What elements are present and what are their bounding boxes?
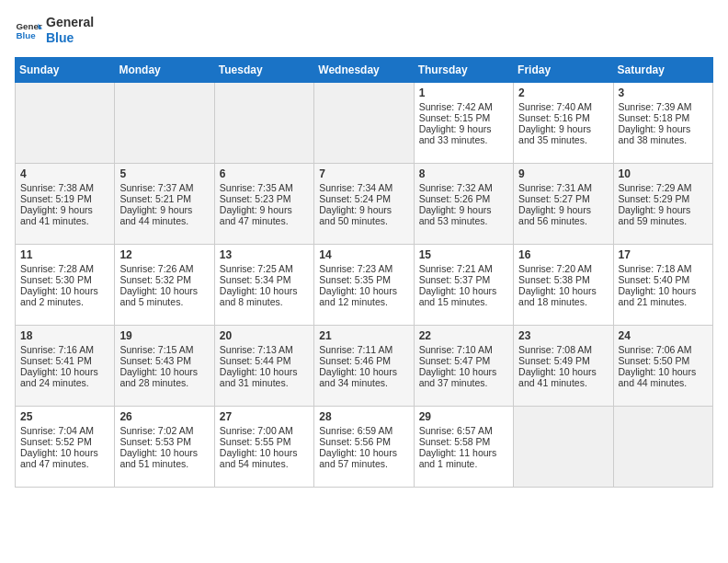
cell-content-line: Daylight: 10 hours bbox=[220, 366, 309, 377]
day-number: 10 bbox=[619, 167, 708, 180]
cell-content-line: Sunrise: 7:35 AM bbox=[220, 182, 309, 193]
cell-content-line: Sunrise: 7:38 AM bbox=[20, 182, 109, 193]
cell-content-line: and 31 minutes. bbox=[220, 377, 309, 388]
day-number: 17 bbox=[619, 248, 708, 261]
cell-content-line: Sunset: 5:44 PM bbox=[220, 355, 309, 366]
cell-content-line: Sunrise: 7:37 AM bbox=[119, 182, 209, 193]
day-number: 9 bbox=[518, 167, 608, 180]
calendar-cell: 15Sunrise: 7:21 AMSunset: 5:37 PMDayligh… bbox=[414, 244, 513, 325]
cell-content-line: Sunset: 5:30 PM bbox=[20, 274, 109, 285]
cell-content-line: Sunset: 5:49 PM bbox=[518, 355, 608, 366]
cell-content-line: Daylight: 9 hours bbox=[518, 204, 608, 215]
cell-content-line: and 47 minutes. bbox=[20, 458, 109, 469]
cell-content-line: Sunset: 5:23 PM bbox=[220, 193, 309, 204]
cell-content-line: Sunrise: 7:20 AM bbox=[518, 263, 608, 274]
cell-content-line: Daylight: 10 hours bbox=[119, 447, 209, 458]
weekday-header-saturday: Saturday bbox=[613, 57, 712, 82]
calendar-cell: 9Sunrise: 7:31 AMSunset: 5:27 PMDaylight… bbox=[514, 163, 613, 244]
cell-content-line: Daylight: 10 hours bbox=[319, 285, 408, 296]
cell-content-line: and 37 minutes. bbox=[419, 377, 508, 388]
cell-content-line: Sunrise: 7:06 AM bbox=[619, 344, 708, 355]
cell-content-line: Sunrise: 7:16 AM bbox=[20, 344, 109, 355]
day-number: 24 bbox=[619, 329, 708, 342]
calendar-cell bbox=[16, 82, 115, 163]
day-number: 8 bbox=[419, 167, 508, 180]
header: General Blue General Blue bbox=[15, 15, 713, 46]
cell-content-line: Sunset: 5:47 PM bbox=[419, 355, 508, 366]
cell-content-line: Daylight: 9 hours bbox=[220, 204, 309, 215]
cell-content-line: Daylight: 10 hours bbox=[319, 447, 408, 458]
logo-general: General bbox=[46, 15, 94, 30]
calendar-cell: 17Sunrise: 7:18 AMSunset: 5:40 PMDayligh… bbox=[613, 244, 712, 325]
day-number: 7 bbox=[319, 167, 408, 180]
cell-content-line: and 38 minutes. bbox=[619, 134, 708, 145]
cell-content-line: and 53 minutes. bbox=[419, 215, 508, 226]
day-number: 18 bbox=[20, 329, 109, 342]
day-number: 16 bbox=[518, 248, 608, 261]
cell-content-line: Sunrise: 7:08 AM bbox=[518, 344, 608, 355]
cell-content-line: Daylight: 9 hours bbox=[518, 123, 608, 134]
cell-content-line: Sunset: 5:50 PM bbox=[619, 355, 708, 366]
calendar-cell: 6Sunrise: 7:35 AMSunset: 5:23 PMDaylight… bbox=[214, 163, 313, 244]
cell-content-line: Sunrise: 7:23 AM bbox=[319, 263, 408, 274]
day-number: 20 bbox=[220, 329, 309, 342]
cell-content-line: Daylight: 10 hours bbox=[220, 447, 309, 458]
cell-content-line: Sunset: 5:55 PM bbox=[220, 436, 309, 447]
cell-content-line: and 21 minutes. bbox=[619, 296, 708, 307]
weekday-header-tuesday: Tuesday bbox=[214, 57, 313, 82]
cell-content-line: Sunset: 5:35 PM bbox=[319, 274, 408, 285]
cell-content-line: Sunrise: 7:25 AM bbox=[220, 263, 309, 274]
cell-content-line: and 47 minutes. bbox=[220, 215, 309, 226]
cell-content-line: and 41 minutes. bbox=[20, 215, 109, 226]
day-number: 15 bbox=[419, 248, 508, 261]
day-number: 26 bbox=[119, 410, 209, 423]
cell-content-line: Daylight: 10 hours bbox=[119, 366, 209, 377]
day-number: 22 bbox=[419, 329, 508, 342]
cell-content-line: and 1 minute. bbox=[419, 458, 508, 469]
cell-content-line: Daylight: 10 hours bbox=[518, 285, 608, 296]
day-number: 5 bbox=[119, 167, 209, 180]
calendar-cell: 1Sunrise: 7:42 AMSunset: 5:15 PMDaylight… bbox=[414, 82, 513, 163]
weekday-header-friday: Friday bbox=[514, 57, 613, 82]
day-number: 29 bbox=[419, 410, 508, 423]
day-number: 6 bbox=[220, 167, 309, 180]
day-number: 27 bbox=[220, 410, 309, 423]
cell-content-line: Sunrise: 7:34 AM bbox=[319, 182, 408, 193]
cell-content-line: Sunrise: 7:04 AM bbox=[20, 425, 109, 436]
calendar-cell: 13Sunrise: 7:25 AMSunset: 5:34 PMDayligh… bbox=[214, 244, 313, 325]
cell-content-line: Sunset: 5:53 PM bbox=[119, 436, 209, 447]
weekday-header-sunday: Sunday bbox=[16, 57, 115, 82]
cell-content-line: Sunrise: 7:11 AM bbox=[319, 344, 408, 355]
calendar-cell: 28Sunrise: 6:59 AMSunset: 5:56 PMDayligh… bbox=[314, 406, 414, 487]
weekday-header-wednesday: Wednesday bbox=[314, 57, 414, 82]
cell-content-line: Sunset: 5:27 PM bbox=[518, 193, 608, 204]
calendar-cell: 21Sunrise: 7:11 AMSunset: 5:46 PMDayligh… bbox=[314, 325, 414, 406]
day-number: 3 bbox=[619, 86, 708, 99]
day-number: 21 bbox=[319, 329, 408, 342]
cell-content-line: Daylight: 11 hours bbox=[419, 447, 508, 458]
cell-content-line: and 18 minutes. bbox=[518, 296, 608, 307]
cell-content-line: Daylight: 10 hours bbox=[20, 447, 109, 458]
cell-content-line: Daylight: 10 hours bbox=[419, 285, 508, 296]
cell-content-line: Sunrise: 7:42 AM bbox=[419, 101, 508, 112]
calendar-cell: 19Sunrise: 7:15 AMSunset: 5:43 PMDayligh… bbox=[115, 325, 214, 406]
logo: General Blue General Blue bbox=[15, 15, 94, 46]
calendar-cell: 14Sunrise: 7:23 AMSunset: 5:35 PMDayligh… bbox=[314, 244, 414, 325]
cell-content-line: Sunset: 5:34 PM bbox=[220, 274, 309, 285]
cell-content-line: Daylight: 10 hours bbox=[419, 366, 508, 377]
cell-content-line: Daylight: 10 hours bbox=[319, 366, 408, 377]
cell-content-line: Sunrise: 7:39 AM bbox=[619, 101, 708, 112]
cell-content-line: Sunrise: 6:57 AM bbox=[419, 425, 508, 436]
cell-content-line: Sunrise: 7:21 AM bbox=[419, 263, 508, 274]
cell-content-line: and 15 minutes. bbox=[419, 296, 508, 307]
calendar-cell: 18Sunrise: 7:16 AMSunset: 5:41 PMDayligh… bbox=[16, 325, 115, 406]
calendar-table: SundayMondayTuesdayWednesdayThursdayFrid… bbox=[15, 57, 713, 488]
calendar-cell: 11Sunrise: 7:28 AMSunset: 5:30 PMDayligh… bbox=[16, 244, 115, 325]
cell-content-line: Daylight: 9 hours bbox=[119, 204, 209, 215]
cell-content-line: and 56 minutes. bbox=[518, 215, 608, 226]
day-number: 1 bbox=[419, 86, 508, 99]
cell-content-line: Daylight: 9 hours bbox=[619, 123, 708, 134]
calendar-cell: 27Sunrise: 7:00 AMSunset: 5:55 PMDayligh… bbox=[214, 406, 313, 487]
cell-content-line: Sunrise: 7:10 AM bbox=[419, 344, 508, 355]
cell-content-line: Sunset: 5:18 PM bbox=[619, 112, 708, 123]
